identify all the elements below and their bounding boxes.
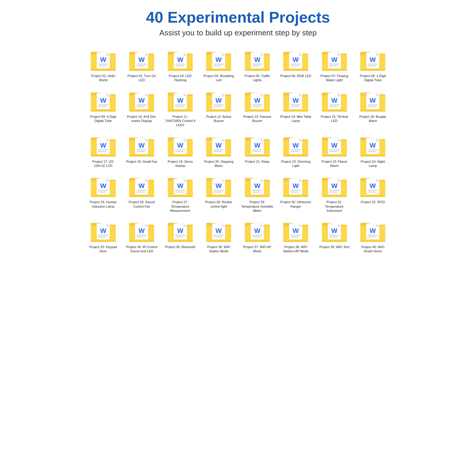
svg-rect-269 <box>168 196 193 197</box>
folder-icon: W <box>129 48 155 72</box>
folder-icon: W <box>167 89 193 113</box>
svg-rect-289 <box>245 196 270 197</box>
page-title: 40 Experimental Projects <box>83 9 393 26</box>
svg-text:W: W <box>100 97 106 104</box>
project-item-4[interactable]: W Project 04: Breathing Led <box>200 46 238 84</box>
svg-rect-288 <box>252 192 261 192</box>
project-item-32[interactable]: W Project 32: RFID <box>354 173 392 214</box>
project-item-26[interactable]: W Project 26: Sound Control Fan <box>123 173 161 214</box>
project-item-31[interactable]: W Project 31: Temperature Instrument <box>316 173 353 214</box>
folder-icon: W <box>244 89 270 113</box>
project-item-35[interactable]: W Project 35: Bluetooth <box>162 217 199 255</box>
folder-icon: W <box>167 174 193 198</box>
svg-rect-149 <box>322 110 347 112</box>
project-label: Project 15: Tilt And LED <box>318 115 351 123</box>
project-item-18[interactable]: W Project 18: Small Fan <box>123 132 161 170</box>
svg-rect-138 <box>291 106 299 107</box>
project-item-13[interactable]: W Project 13: Passive Buzzer <box>239 87 276 129</box>
svg-rect-229 <box>322 155 347 156</box>
svg-text:W: W <box>254 56 260 63</box>
project-item-24[interactable]: W Project 24: Night Lamp <box>354 132 392 170</box>
project-item-40[interactable]: W Project 40: WiFi Smart Home <box>354 217 392 255</box>
project-item-21[interactable]: W Project 21: Relay <box>239 132 276 170</box>
project-label: Project 09: 4-Digit Digital Tube <box>87 115 120 123</box>
folder-icon: W <box>244 48 270 72</box>
project-item-3[interactable]: W Project 03: LED Flashing <box>162 46 199 84</box>
svg-rect-119 <box>206 110 231 112</box>
project-item-28[interactable]: W Project 28: Rocker control light <box>200 173 238 214</box>
svg-rect-298 <box>291 192 299 192</box>
svg-rect-189 <box>168 155 193 156</box>
svg-rect-357 <box>214 235 224 236</box>
project-item-10[interactable]: W Project 10: 8×8 Dot-matrix Display <box>123 87 161 129</box>
svg-rect-199 <box>206 155 231 156</box>
project-item-30[interactable]: W Project 30: Ultrasonic Ranger <box>277 173 315 214</box>
project-item-37[interactable]: W Project 37: WiFi AP Mode <box>239 217 276 255</box>
project-item-1[interactable]: W Project 01: Hello World <box>84 46 122 84</box>
project-item-7[interactable]: W Project 07: Flowing Water Light <box>316 46 353 84</box>
svg-text:W: W <box>139 227 145 234</box>
project-label: Project 11: 74HC595N Control 8 LEDs <box>164 115 197 127</box>
svg-rect-399 <box>360 241 385 242</box>
svg-text:W: W <box>331 56 337 63</box>
svg-rect-87 <box>98 104 108 105</box>
svg-rect-88 <box>98 106 107 107</box>
project-item-27[interactable]: W Project 27: Temperature Measurement <box>162 173 199 214</box>
project-label: Project 40: WiFi Smart Home <box>356 245 389 253</box>
project-item-17[interactable]: W Project 17: I2C 128×32 LCD <box>84 132 122 170</box>
project-item-8[interactable]: W Project 08: 1-Digit Digital Tube <box>354 46 392 84</box>
project-item-23[interactable]: W Project 23: Flame Alarm <box>316 132 353 170</box>
project-label: Project 25: Human Induction Lamp <box>87 200 120 209</box>
project-item-15[interactable]: W Project 15: Tilt And LED <box>316 87 353 129</box>
project-item-38[interactable]: W Project 38: WiFi Station+AP Mode <box>277 217 315 255</box>
project-item-29[interactable]: W Project 29: Temperature Humidity Meter <box>239 173 276 214</box>
project-item-11[interactable]: W Project 11: 74HC595N Control 8 LEDs <box>162 87 199 129</box>
svg-rect-369 <box>245 241 270 242</box>
project-item-25[interactable]: W Project 25: Human Induction Lamp <box>84 173 122 214</box>
svg-rect-28 <box>175 65 184 66</box>
svg-text:W: W <box>139 182 145 190</box>
svg-text:W: W <box>216 142 222 149</box>
project-item-2[interactable]: W Project 02: Turn On LED <box>123 46 161 84</box>
svg-rect-89 <box>91 110 116 112</box>
project-item-33[interactable]: W Project 33: Keypad Door <box>84 217 122 255</box>
project-item-36[interactable]: W Project 36: WiFi Station Mode <box>200 217 238 255</box>
svg-rect-348 <box>175 237 184 237</box>
folder-icon: W <box>244 134 270 158</box>
svg-rect-188 <box>175 151 184 152</box>
svg-text:W: W <box>177 56 183 63</box>
svg-text:W: W <box>100 227 106 234</box>
svg-rect-339 <box>129 241 154 242</box>
project-item-39[interactable]: W Project 39: WiFi Test <box>316 217 353 255</box>
svg-rect-338 <box>137 237 145 237</box>
project-label: Project 32: RFID <box>361 200 385 204</box>
svg-rect-59 <box>283 70 308 71</box>
svg-rect-397 <box>368 235 378 236</box>
project-item-20[interactable]: W Project 20: Stepping Motor <box>200 132 238 170</box>
project-item-6[interactable]: W Project 06: RGB LED <box>277 46 315 84</box>
project-label: Project 06: RGB LED <box>280 74 311 78</box>
project-item-16[interactable]: W Project 16: Burglar Alarm <box>354 87 392 129</box>
project-item-22[interactable]: W Project 22: Dimming Light <box>277 132 315 170</box>
svg-rect-167 <box>98 149 108 150</box>
project-label: Project 02: Turn On LED <box>125 74 158 82</box>
project-item-9[interactable]: W Project 09: 4-Digit Digital Tube <box>84 87 122 129</box>
svg-rect-318 <box>368 192 376 192</box>
svg-text:W: W <box>254 142 260 149</box>
folder-icon: W <box>321 219 347 243</box>
project-item-14[interactable]: W Project 14: Mini Table Lamp <box>277 87 315 129</box>
svg-text:W: W <box>370 227 376 234</box>
svg-rect-7 <box>98 64 108 65</box>
svg-rect-218 <box>291 151 299 152</box>
project-item-34[interactable]: W Project 34: IR Control Sound and LED <box>123 217 161 255</box>
svg-rect-159 <box>360 110 385 112</box>
svg-rect-368 <box>252 237 261 237</box>
project-item-12[interactable]: W Project 12: Active Buzzer <box>200 87 238 129</box>
project-label: Project 08: 1-Digit Digital Tube <box>356 74 389 82</box>
svg-rect-228 <box>329 151 338 152</box>
project-item-19[interactable]: W Project 19: Servo Sweep <box>162 132 199 170</box>
svg-rect-169 <box>91 155 116 156</box>
project-item-5[interactable]: W Project 05: Traffic Lights <box>239 46 276 84</box>
svg-text:W: W <box>293 97 299 104</box>
svg-rect-128 <box>252 106 261 107</box>
